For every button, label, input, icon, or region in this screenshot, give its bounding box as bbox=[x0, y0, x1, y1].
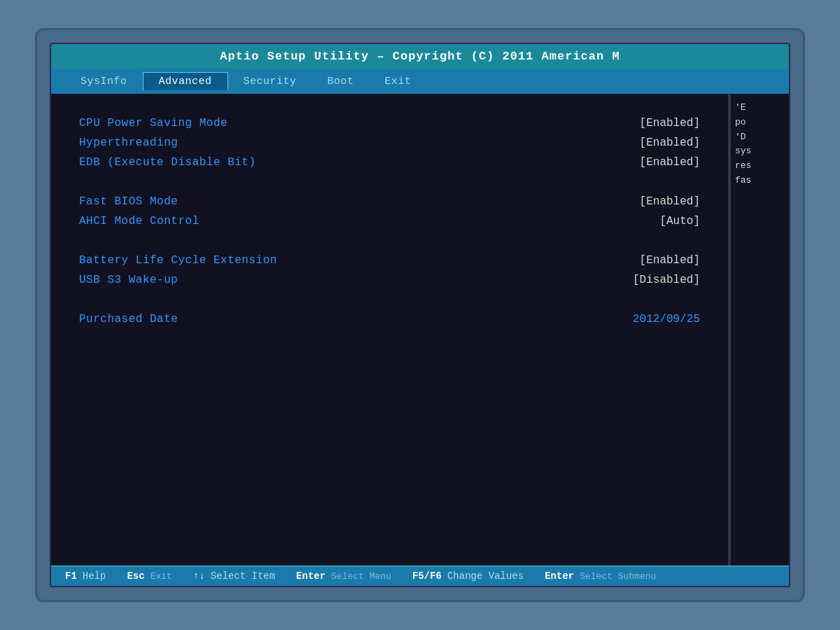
bottom-item-nav: ↑↓ Select Item bbox=[193, 570, 275, 582]
bottom-item-f1: F1 Help bbox=[65, 570, 106, 582]
table-row: EDB (Execute Disable Bit) [Enabled] bbox=[79, 154, 700, 171]
cpu-power-saving-label: CPU Power Saving Mode bbox=[79, 117, 227, 130]
hyperthreading-label: Hyperthreading bbox=[79, 136, 178, 149]
enter-key: Enter bbox=[296, 570, 326, 582]
purchased-group: Purchased Date 2012/09/25 bbox=[79, 311, 700, 330]
bios-title-bar: Aptio Setup Utility – Copyright (C) 2011… bbox=[51, 44, 789, 69]
enter-label: Select Menu bbox=[331, 571, 391, 582]
f1-key: F1 bbox=[65, 570, 77, 582]
bottom-item-esc: Esc Exit bbox=[127, 570, 172, 582]
purchased-date-label: Purchased Date bbox=[79, 313, 178, 326]
fast-bios-value: [Enabled] bbox=[640, 195, 700, 208]
nav-key: ↑↓ bbox=[193, 570, 205, 582]
bios-menu-bar: SysInfo Advanced Security Boot Exit bbox=[51, 69, 789, 94]
table-row: Hyperthreading [Enabled] bbox=[79, 134, 700, 151]
bottom-item-f5f6: F5/F6 Change Values bbox=[412, 570, 524, 582]
table-row: Fast BIOS Mode [Enabled] bbox=[79, 193, 700, 210]
bottom-item-enter2: Enter Select Submenu bbox=[545, 570, 656, 582]
hyperthreading-value: [Enabled] bbox=[640, 136, 700, 149]
menu-item-boot[interactable]: Boot bbox=[312, 73, 370, 90]
table-row: Battery Life Cycle Extension [Enabled] bbox=[79, 252, 700, 269]
enter2-label: Select Submenu bbox=[580, 571, 656, 582]
ahci-mode-label: AHCI Mode Control bbox=[79, 215, 200, 227]
f5f6-key: F5/F6 bbox=[412, 570, 442, 582]
table-row: AHCI Mode Control [Auto] bbox=[79, 213, 700, 230]
settings-panel: CPU Power Saving Mode [Enabled] Hyperthr… bbox=[51, 94, 729, 566]
menu-item-exit[interactable]: Exit bbox=[370, 73, 427, 90]
battery-life-value: [Enabled] bbox=[640, 254, 700, 267]
f5f6-label: Change Values bbox=[447, 570, 524, 582]
ahci-mode-value: [Auto] bbox=[659, 215, 700, 227]
laptop-frame: Aptio Setup Utility – Copyright (C) 2011… bbox=[35, 28, 805, 602]
fast-bios-label: Fast BIOS Mode bbox=[79, 195, 178, 208]
menu-item-security[interactable]: Security bbox=[228, 73, 312, 90]
esc-key: Esc bbox=[127, 570, 144, 582]
edb-value: [Enabled] bbox=[640, 156, 700, 169]
table-row: Purchased Date 2012/09/25 bbox=[79, 311, 700, 328]
cpu-group: CPU Power Saving Mode [Enabled] Hyperthr… bbox=[79, 115, 700, 174]
esc-label: Exit bbox=[150, 571, 172, 582]
usb-s3-value: [Disabled] bbox=[633, 274, 700, 286]
menu-item-sysinfo[interactable]: SysInfo bbox=[65, 73, 143, 90]
cpu-power-saving-value: [Enabled] bbox=[640, 117, 700, 130]
bios-group: Fast BIOS Mode [Enabled] AHCI Mode Contr… bbox=[79, 193, 700, 232]
menu-item-advanced[interactable]: Advanced bbox=[143, 72, 228, 90]
bottom-item-enter: Enter Select Menu bbox=[296, 570, 391, 582]
battery-group: Battery Life Cycle Extension [Enabled] U… bbox=[79, 252, 700, 291]
right-panel: 'E po 'D sys res fas bbox=[729, 94, 789, 566]
nav-label: Select Item bbox=[211, 570, 275, 582]
bios-title: Aptio Setup Utility – Copyright (C) 2011… bbox=[220, 50, 620, 63]
usb-s3-label: USB S3 Wake-up bbox=[79, 274, 178, 286]
bottom-bar: F1 Help Esc Exit ↑↓ Select Item Enter Se… bbox=[51, 566, 789, 586]
battery-life-label: Battery Life Cycle Extension bbox=[79, 254, 277, 267]
purchased-date-value: 2012/09/25 bbox=[633, 313, 700, 326]
edb-label: EDB (Execute Disable Bit) bbox=[79, 156, 256, 169]
f1-label: Help bbox=[83, 570, 106, 582]
table-row: USB S3 Wake-up [Disabled] bbox=[79, 272, 700, 288]
bios-screen: Aptio Setup Utility – Copyright (C) 2011… bbox=[50, 43, 790, 587]
main-content: CPU Power Saving Mode [Enabled] Hyperthr… bbox=[51, 94, 789, 566]
table-row: CPU Power Saving Mode [Enabled] bbox=[79, 115, 700, 132]
enter2-key: Enter bbox=[545, 570, 574, 582]
right-panel-text: 'E po 'D sys res fas bbox=[735, 101, 785, 188]
